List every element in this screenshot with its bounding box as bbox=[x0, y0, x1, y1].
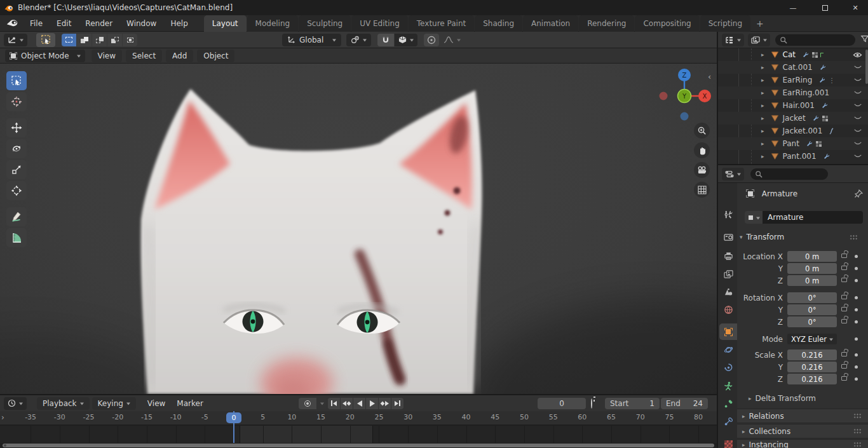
tool-transform[interactable] bbox=[6, 181, 27, 200]
workspace-tab-sculpting[interactable]: Sculpting bbox=[299, 15, 351, 32]
object-name[interactable]: Cat bbox=[783, 50, 796, 59]
expand-icon[interactable]: ▸ bbox=[761, 77, 764, 83]
location-x-field[interactable]: 0 m bbox=[787, 251, 837, 262]
transform-orientation-dropdown[interactable]: Global bbox=[282, 34, 341, 46]
auto-keying-toggle[interactable] bbox=[299, 398, 316, 409]
outliner-row-pant[interactable]: ▸ Pant bbox=[718, 137, 868, 150]
scale-y-field[interactable]: 0.216 bbox=[787, 362, 837, 372]
outliner-editor-type[interactable] bbox=[722, 34, 744, 46]
menu-file[interactable]: File bbox=[23, 17, 50, 31]
snap-with-dropdown[interactable] bbox=[395, 34, 417, 46]
panel-grip-handle[interactable] bbox=[853, 428, 862, 434]
timeline-view-menu[interactable]: View bbox=[144, 399, 169, 408]
workspace-tab-shading[interactable]: Shading bbox=[475, 15, 522, 32]
timeline-playhead-badge[interactable]: 0 bbox=[226, 412, 241, 423]
panel-grip-handle[interactable] bbox=[853, 442, 862, 447]
lock-icon[interactable] bbox=[841, 376, 847, 381]
outliner-row-cat[interactable]: ▸ Cat bbox=[718, 48, 868, 61]
animate-dot[interactable] bbox=[855, 267, 858, 270]
timeline-ruler[interactable]: -35-30-25-20-15-10-505101520253035404550… bbox=[0, 411, 717, 425]
tab-render[interactable] bbox=[719, 229, 737, 245]
outliner-scrollbar[interactable] bbox=[865, 50, 868, 84]
object-name[interactable]: Cat.001 bbox=[783, 63, 813, 72]
workspace-tab-texture-paint[interactable]: Texture Paint bbox=[409, 15, 474, 32]
location-z-field[interactable]: 0 m bbox=[787, 275, 837, 286]
pivot-point-dropdown[interactable] bbox=[346, 34, 371, 46]
jump-to-end-button[interactable] bbox=[391, 398, 403, 409]
object-id-browse[interactable] bbox=[745, 211, 763, 224]
tab-texture[interactable] bbox=[719, 436, 737, 448]
workspace-tab-modeling[interactable]: Modeling bbox=[247, 15, 299, 32]
transform-panel-header[interactable]: ▾ Transform bbox=[740, 233, 867, 241]
auto-keying-dropdown[interactable] bbox=[317, 398, 327, 409]
tool-measure[interactable] bbox=[6, 228, 27, 247]
play-button[interactable] bbox=[366, 398, 378, 409]
outliner-row-jacket[interactable]: ▸ Jacket bbox=[718, 112, 868, 125]
select-mode-subtract[interactable] bbox=[92, 34, 107, 46]
visibility-eye-closed-icon[interactable] bbox=[853, 128, 862, 133]
object-name[interactable]: EarRing.001 bbox=[783, 88, 829, 97]
play-reverse-button[interactable] bbox=[353, 398, 365, 409]
rotation-mode-dropdown[interactable]: XYZ Euler bbox=[787, 334, 837, 344]
navigation-gizmo[interactable]: Z Y X bbox=[651, 67, 715, 125]
scale-x-field[interactable]: 0.216 bbox=[787, 350, 837, 360]
object-name[interactable]: Pant bbox=[783, 139, 799, 148]
lock-icon[interactable] bbox=[841, 295, 847, 299]
visibility-eye-closed-icon[interactable] bbox=[853, 90, 862, 95]
outliner-search-input[interactable] bbox=[775, 34, 855, 46]
viewport-menu-add[interactable]: Add bbox=[166, 50, 193, 62]
tool-cursor[interactable] bbox=[6, 92, 27, 111]
close-button[interactable]: ✕ bbox=[843, 0, 868, 15]
gizmo-axis-x-neg[interactable] bbox=[660, 92, 668, 100]
tool-scale[interactable] bbox=[6, 160, 27, 179]
outliner-row-earring[interactable]: ▸ EarRing ⋮ bbox=[718, 74, 868, 86]
lock-icon[interactable] bbox=[841, 266, 847, 270]
rotation-z-field[interactable]: 0° bbox=[787, 316, 837, 327]
outliner-filter-button[interactable] bbox=[860, 34, 868, 45]
menu-help[interactable]: Help bbox=[163, 17, 194, 31]
expand-icon[interactable]: ▸ bbox=[761, 90, 764, 96]
timeline-scrollbar[interactable] bbox=[0, 443, 717, 448]
outliner-row-pant001[interactable]: ▸ Pant.001 bbox=[718, 150, 868, 163]
workspace-tab-animation[interactable]: Animation bbox=[523, 15, 578, 32]
proportional-falloff-dropdown[interactable] bbox=[440, 34, 464, 46]
timeline-body[interactable] bbox=[0, 426, 717, 443]
properties-editor-type[interactable] bbox=[722, 168, 744, 180]
current-frame-field[interactable]: 0 bbox=[538, 398, 586, 409]
expand-icon[interactable]: ▸ bbox=[761, 102, 764, 109]
workspace-tab-compositing[interactable]: Compositing bbox=[635, 15, 699, 32]
object-name-input[interactable]: Armature bbox=[763, 211, 863, 224]
jump-to-start-button[interactable] bbox=[328, 398, 340, 409]
animate-dot[interactable] bbox=[855, 353, 858, 356]
outliner-row-cat001[interactable]: ▸ Cat.001 bbox=[718, 61, 868, 74]
timeline-marker-menu[interactable]: Marker bbox=[173, 399, 207, 408]
panel-grip-handle[interactable] bbox=[850, 234, 858, 240]
breadcrumb-label[interactable]: Armature bbox=[762, 189, 797, 198]
active-tool-button[interactable] bbox=[36, 33, 55, 47]
visibility-eye-closed-icon[interactable] bbox=[853, 154, 862, 159]
menu-window[interactable]: Window bbox=[119, 17, 163, 31]
blender-menu-button[interactable] bbox=[0, 18, 23, 29]
scale-z-field[interactable]: 0.216 bbox=[787, 374, 837, 384]
viewport-perspective-toggle[interactable] bbox=[694, 182, 710, 198]
outliner-row-hair001[interactable]: ▸ Hair.001 bbox=[718, 99, 868, 112]
editor-type-selector[interactable] bbox=[4, 34, 27, 46]
workspace-tab-rendering[interactable]: Rendering bbox=[579, 15, 634, 32]
viewport-menu-view[interactable]: View bbox=[92, 50, 122, 62]
workspace-tab-uv-editing[interactable]: UV Editing bbox=[351, 15, 408, 32]
tab-tool[interactable] bbox=[719, 206, 737, 222]
menu-edit[interactable]: Edit bbox=[50, 17, 78, 31]
tool-annotate[interactable] bbox=[6, 207, 27, 226]
lock-icon[interactable] bbox=[841, 307, 847, 311]
object-name[interactable]: Pant.001 bbox=[783, 152, 817, 161]
animate-dot[interactable] bbox=[855, 337, 858, 341]
expand-icon[interactable]: ▸ bbox=[761, 115, 764, 121]
animate-dot[interactable] bbox=[855, 308, 858, 311]
tab-bone[interactable] bbox=[719, 395, 737, 412]
animate-dot[interactable] bbox=[855, 255, 858, 258]
expand-icon[interactable]: ▸ bbox=[761, 51, 764, 58]
visibility-eye-closed-icon[interactable] bbox=[853, 141, 862, 146]
animate-dot[interactable] bbox=[855, 377, 858, 381]
animate-dot[interactable] bbox=[855, 365, 858, 369]
lock-icon[interactable] bbox=[841, 352, 847, 356]
